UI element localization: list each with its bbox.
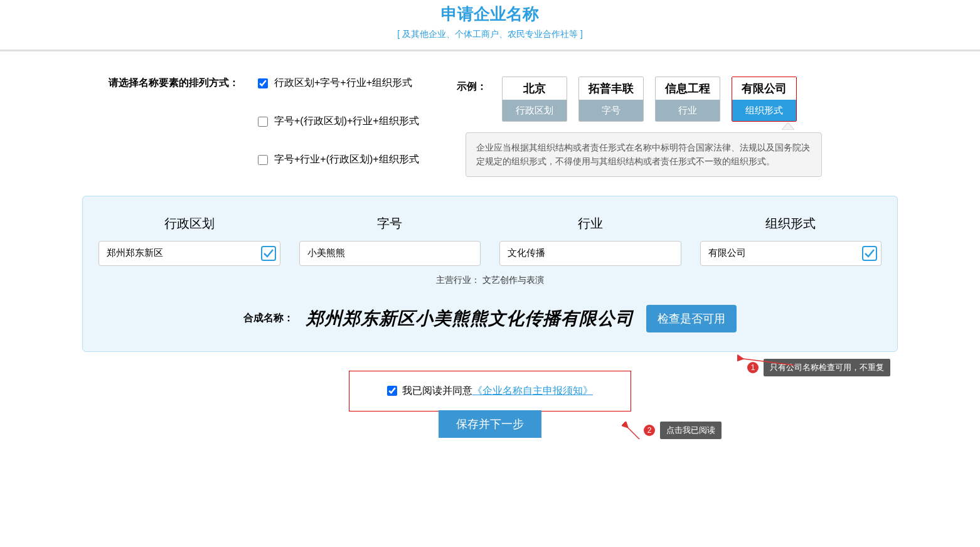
page-header: 申请企业名称 [ 及其他企业、个体工商户、农民专业合作社等 ] [0, 0, 980, 51]
synth-name: 郑州郑东新区小美熊熊文化传播有限公司 [306, 307, 634, 331]
example-box-orgform[interactable]: 有限公司 组织形式 [732, 77, 797, 122]
example-bottom-3: 行业 [656, 100, 720, 121]
orgform-input[interactable] [708, 248, 856, 258]
example-section: 示例： 北京 行政区划 拓普丰联 字号 信息工程 行业 [457, 77, 822, 177]
example-bottom-2: 字号 [579, 100, 643, 121]
select-icon[interactable] [261, 246, 276, 261]
form-col-orgform: 组织形式 [700, 215, 882, 266]
consent-link[interactable]: 《企业名称自主申报须知》 [472, 385, 593, 398]
layout-option-3-label: 字号+行业+(行政区划)+组织形式 [274, 153, 419, 166]
example-label: 示例： [457, 80, 487, 93]
svg-rect-2 [863, 247, 876, 260]
layout-option-2-label: 字号+(行政区划)+行业+组织形式 [274, 115, 419, 128]
main-industry-value: 文艺创作与表演 [482, 275, 544, 285]
region-input[interactable] [107, 248, 255, 258]
layout-option-3[interactable]: 字号+行业+(行政区划)+组织形式 [258, 153, 419, 166]
consent-text: 我已阅读并同意 [402, 385, 472, 398]
select-icon[interactable] [862, 246, 877, 261]
save-next-button[interactable]: 保存并下一步 [439, 410, 541, 438]
header-title: 申请企业名称 [0, 3, 980, 25]
form-col-name: 字号 [299, 215, 481, 266]
example-tooltip: 企业应当根据其组织结构或者责任形式在名称中标明符合国家法律、法规以及国务院决定规… [466, 132, 822, 177]
form-panel: 行政区划 字号 行业 组 [82, 196, 898, 352]
consent-box: 我已阅读并同意 《企业名称自主申报须知》 [349, 371, 631, 412]
annotation-2-badge: 2 [644, 425, 655, 436]
synth-label: 合成名称： [243, 312, 294, 325]
form-header-orgform: 组织形式 [700, 215, 882, 232]
main-content: 请选择名称要素的排列方式： 行政区划+字号+行业+组织形式 字号+(行政区划)+… [82, 51, 898, 439]
svg-marker-0 [782, 122, 794, 130]
example-box-industry[interactable]: 信息工程 行业 [655, 77, 720, 122]
main-industry-label: 主营行业： [436, 275, 480, 285]
layout-checkbox-2[interactable] [258, 117, 268, 127]
consent-checkbox[interactable] [387, 386, 397, 396]
annotation-1-text: 只有公司名称检查可用，不重复 [764, 359, 890, 376]
form-col-industry: 行业 [499, 215, 681, 266]
industry-input[interactable] [508, 248, 656, 258]
form-col-region: 行政区划 [99, 215, 280, 266]
name-input-wrap[interactable] [299, 241, 481, 266]
annotation-2-text: 点击我已阅读 [660, 422, 722, 439]
check-availability-button[interactable]: 检查是否可用 [646, 305, 737, 332]
region-input-wrap[interactable] [99, 241, 280, 266]
name-input[interactable] [307, 248, 455, 258]
annotation-1-badge: 1 [747, 362, 759, 373]
example-top-2: 拓普丰联 [579, 77, 643, 100]
example-box-region[interactable]: 北京 行政区划 [502, 77, 567, 122]
example-bottom-1: 行政区划 [503, 100, 567, 121]
example-bottom-4: 组织形式 [732, 100, 796, 121]
industry-input-wrap[interactable] [499, 241, 681, 266]
svg-rect-1 [262, 247, 275, 260]
form-header-industry: 行业 [499, 215, 681, 232]
layout-option-1[interactable]: 行政区划+字号+行业+组织形式 [258, 77, 419, 90]
layout-label: 请选择名称要素的排列方式： [82, 77, 258, 90]
form-header-region: 行政区划 [99, 215, 280, 232]
example-top-4: 有限公司 [732, 77, 796, 100]
form-header-name: 字号 [299, 215, 481, 232]
synth-row: 合成名称： 郑州郑东新区小美熊熊文化传播有限公司 检查是否可用 [99, 305, 881, 332]
example-box-name[interactable]: 拓普丰联 字号 [578, 77, 644, 122]
layout-checkbox-3[interactable] [258, 155, 268, 165]
layout-selection-row: 请选择名称要素的排列方式： 行政区划+字号+行业+组织形式 字号+(行政区划)+… [82, 77, 898, 177]
layout-option-1-label: 行政区划+字号+行业+组织形式 [274, 77, 412, 90]
example-top-3: 信息工程 [656, 77, 720, 100]
annotation-2: 2 点击我已阅读 [644, 422, 722, 439]
header-subtitle: [ 及其他企业、个体工商户、农民专业合作社等 ] [0, 29, 980, 40]
annotation-1: 1 只有公司名称检查可用，不重复 [747, 359, 890, 376]
layout-checkbox-1[interactable] [258, 78, 268, 88]
example-top-1: 北京 [503, 77, 567, 100]
layout-options: 行政区划+字号+行业+组织形式 字号+(行政区划)+行业+组织形式 字号+行业+… [258, 77, 419, 166]
example-boxes: 北京 行政区划 拓普丰联 字号 信息工程 行业 有限公司 组织形式 [502, 77, 797, 122]
layout-option-2[interactable]: 字号+(行政区划)+行业+组织形式 [258, 115, 419, 128]
tooltip-arrow-icon [755, 121, 821, 132]
main-industry: 主营行业： 文艺创作与表演 [99, 275, 881, 286]
orgform-input-wrap[interactable] [700, 241, 882, 266]
form-row: 行政区划 字号 行业 组 [99, 215, 881, 266]
